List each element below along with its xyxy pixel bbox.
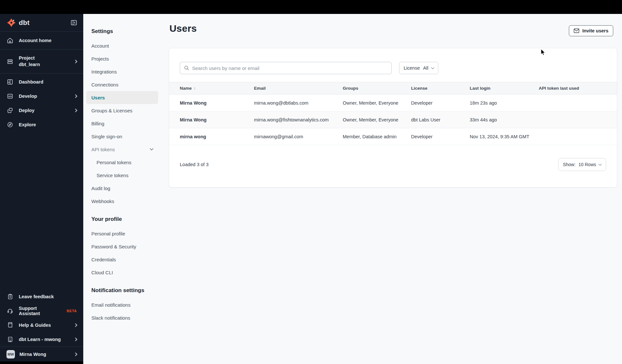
logo-row: dbt <box>0 14 83 32</box>
bottom-black-strip <box>0 361 83 364</box>
chevron-down-icon <box>599 163 602 166</box>
column-header-last-login[interactable]: Last login <box>470 82 539 95</box>
sidebar-item-help-guides[interactable]: Help & Guides <box>0 318 83 332</box>
show-value: 10 Rows <box>579 162 596 167</box>
cell-email: mirna.wong@dbtlabs.com <box>254 95 343 111</box>
chevron-right-icon <box>74 94 77 98</box>
logo-text: dbt <box>19 19 29 27</box>
column-header-email[interactable]: Email <box>254 82 343 95</box>
column-header-api-token[interactable]: API token last used <box>539 82 617 95</box>
table-row[interactable]: Mirna Wong mirna.wong@fishtownanalytics.… <box>169 111 617 128</box>
sidebar-item-account-home[interactable]: Account home <box>0 32 83 50</box>
nav-item-personal-tokens[interactable]: Personal tokens <box>86 156 158 169</box>
column-header-license[interactable]: License <box>411 82 470 95</box>
chevron-down-icon <box>150 147 153 150</box>
cell-last-login: 18m 23s ago <box>470 95 539 111</box>
project-icon <box>6 58 14 65</box>
nav-item-service-tokens[interactable]: Service tokens <box>86 169 158 182</box>
chevron-right-icon <box>74 108 77 112</box>
sidebar-item-explore[interactable]: Explore <box>0 118 83 132</box>
sidebar-item-label: Help & Guides <box>19 323 69 328</box>
cell-name: mirna wong <box>169 128 254 145</box>
users-table: Name↑ Email Groups License Last login AP… <box>169 82 617 145</box>
dbt-logo-icon <box>6 18 16 28</box>
sidebar-item-label: Support Assistant <box>19 306 59 316</box>
chevron-right-icon <box>74 337 77 341</box>
sidebar-item-dbt-learn[interactable]: dbt Learn - mwong <box>0 332 83 347</box>
license-filter-dropdown[interactable]: License All <box>399 62 438 74</box>
nav-item-personal-profile[interactable]: Personal profile <box>86 227 158 240</box>
license-filter-value: All <box>423 65 428 71</box>
main-content: Users Invite users <box>164 14 622 364</box>
nav-item-users[interactable]: Users <box>86 91 158 104</box>
nav-item-email-notifications[interactable]: Email notifications <box>86 298 158 311</box>
dashboard-icon <box>6 79 14 85</box>
column-header-groups[interactable]: Groups <box>343 82 411 95</box>
cell-email: mirna.wong@fishtownanalytics.com <box>254 111 343 128</box>
collapse-sidebar-icon[interactable] <box>71 20 77 25</box>
beta-badge: BETA <box>67 309 77 313</box>
profile-section-title: Your profile <box>91 216 164 222</box>
settings-nav-list: Account Projects Integrations Connection… <box>91 39 164 208</box>
cell-last-login: 33m 44s ago <box>470 111 539 128</box>
page-title: Users <box>169 23 197 34</box>
chevron-down-icon <box>431 66 434 69</box>
sidebar-item-deploy[interactable]: Deploy <box>0 103 83 118</box>
headset-icon <box>6 308 14 314</box>
sidebar-item-dashboard[interactable]: Dashboard <box>0 75 83 89</box>
search-icon <box>184 65 189 71</box>
cell-groups: Member, Database admin <box>343 128 411 145</box>
nav-item-projects[interactable]: Projects <box>86 52 158 65</box>
sidebar-item-label: Account home <box>19 38 77 43</box>
search-input[interactable] <box>192 65 387 71</box>
invite-users-label: Invite users <box>582 28 608 33</box>
cell-last-login: Nov 13, 2024, 9:35 AM GMT <box>470 128 539 145</box>
invite-users-button[interactable]: Invite users <box>569 25 613 36</box>
cell-api-token <box>539 128 617 145</box>
sidebar-item-label: Project <box>19 55 69 62</box>
nav-item-audit-log[interactable]: Audit log <box>86 182 158 195</box>
sidebar-item-label: Dashboard <box>19 79 77 85</box>
sidebar-item-label: Leave feedback <box>19 294 77 299</box>
users-card: License All Name↑ Email Groups <box>169 48 617 188</box>
cell-api-token <box>539 111 617 128</box>
nav-item-slack-notifications[interactable]: Slack notifications <box>86 311 158 324</box>
nav-item-connections[interactable]: Connections <box>86 78 158 91</box>
nav-item-groups-licenses[interactable]: Groups & Licenses <box>86 104 158 117</box>
nav-item-integrations[interactable]: Integrations <box>86 65 158 78</box>
user-name: Mirna Wong <box>19 352 70 357</box>
sidebar-item-develop[interactable]: Develop <box>0 89 83 103</box>
rows-per-page-dropdown[interactable]: Show: 10 Rows <box>558 158 606 171</box>
nav-item-credentials[interactable]: Credentials <box>86 253 158 266</box>
nav-item-single-sign-on[interactable]: Single sign-on <box>86 130 158 143</box>
app-sidebar: dbt Account home <box>0 14 83 364</box>
cell-api-token <box>539 95 617 111</box>
table-row[interactable]: mirna wong mirnawong@gmail.com Member, D… <box>169 128 617 145</box>
home-icon <box>6 37 14 44</box>
building-icon <box>6 336 14 343</box>
column-header-name[interactable]: Name↑ <box>169 82 254 95</box>
sidebar-item-support-assistant[interactable]: Support Assistant BETA <box>0 304 83 318</box>
sidebar-item-project[interactable]: Project dbt_learn <box>0 50 83 74</box>
sidebar-item-label: dbt Learn - mwong <box>19 337 69 342</box>
nav-item-billing[interactable]: Billing <box>86 117 158 130</box>
nav-item-cloud-cli[interactable]: Cloud CLI <box>86 266 158 279</box>
code-icon <box>6 93 14 99</box>
table-row[interactable]: Mirna Wong mirna.wong@dbtlabs.com Owner,… <box>169 95 617 111</box>
cell-name: Mirna Wong <box>169 111 254 128</box>
sidebar-item-label: Develop <box>19 94 69 99</box>
clipboard-icon <box>6 293 14 300</box>
cell-license: Developer <box>411 95 470 111</box>
settings-nav-title: Settings <box>91 28 164 35</box>
deploy-icon <box>6 107 14 114</box>
avatar: MW <box>6 350 15 358</box>
settings-nav: Settings Account Projects Integrations C… <box>83 14 164 364</box>
nav-item-webhooks[interactable]: Webhooks <box>86 195 158 208</box>
profile-nav-list: Personal profile Password & Security Cre… <box>91 227 164 279</box>
nav-item-account[interactable]: Account <box>86 39 158 52</box>
nav-item-api-tokens[interactable]: API tokens <box>86 143 158 156</box>
cell-name: Mirna Wong <box>169 95 254 111</box>
sidebar-user-menu[interactable]: MW Mirna Wong <box>0 347 83 361</box>
sidebar-item-leave-feedback[interactable]: Leave feedback <box>0 290 83 304</box>
nav-item-password-security[interactable]: Password & Security <box>86 240 158 253</box>
